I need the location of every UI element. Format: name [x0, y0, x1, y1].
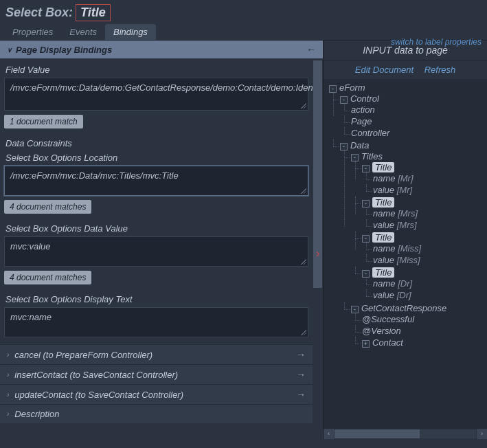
resize-handle-icon[interactable]: [301, 330, 306, 335]
tree-expander-icon[interactable]: -: [351, 306, 359, 313]
options-display-text-input[interactable]: mvc:name: [4, 307, 308, 337]
section-title: Page Display Bindings: [16, 45, 112, 55]
xml-tree[interactable]: -eForm-ControlactionPageController-Data-…: [324, 79, 487, 429]
binding-row-updatecontact[interactable]: › updateContact (to SaveContact Controll…: [0, 384, 313, 404]
tree-leaf[interactable]: value [Mr]: [373, 184, 487, 196]
options-location-input[interactable]: /mvc:eForm/mvc:Data/mvc:Titles/mvc:Title: [4, 166, 308, 196]
panel-title-value: Title: [76, 4, 111, 21]
tree-leaf[interactable]: Page: [351, 115, 487, 127]
arrow-right-icon: →: [296, 349, 306, 360]
tree-expander-icon[interactable]: -: [362, 165, 370, 172]
binding-row-insertcontact[interactable]: › insertContact (to SaveContact Controll…: [0, 364, 313, 384]
split-handle-icon[interactable]: ›: [316, 247, 319, 260]
tree-expander-icon[interactable]: +: [362, 340, 370, 348]
field-value-label: Field Value: [0, 62, 313, 76]
tree-expander-icon[interactable]: -: [362, 200, 370, 208]
chevron-right-icon: ›: [7, 351, 9, 359]
tree-node-contact[interactable]: +Contact: [362, 337, 487, 348]
chevron-right-icon: ›: [7, 371, 9, 379]
resize-handle-icon[interactable]: [301, 103, 306, 109]
tree-expander-icon[interactable]: -: [340, 143, 348, 150]
tree-expander-icon[interactable]: -: [351, 154, 359, 161]
arrow-right-icon: →: [296, 369, 306, 380]
field-value-input[interactable]: /mvc:eForm/mvc:Data/demo:GetContactRespo…: [4, 78, 308, 111]
resize-handle-icon[interactable]: [301, 188, 306, 194]
tree-node-title[interactable]: -Titlename [Mr]value [Mr]: [362, 161, 487, 197]
binding-label: updateContact (to SaveContact Controller…: [14, 390, 183, 400]
chevron-right-icon: ›: [7, 410, 9, 418]
scroll-left-button[interactable]: ‹: [324, 429, 334, 439]
options-location-match-badge: 4 document matches: [4, 200, 91, 214]
tree-leaf[interactable]: @Version: [362, 325, 487, 337]
tree-leaf[interactable]: value [Mrs]: [373, 219, 487, 231]
options-data-value-match-badge: 4 document matches: [4, 271, 91, 284]
tree-node-control[interactable]: -ControlactionPageController: [340, 93, 487, 139]
tree-leaf[interactable]: name [Mrs]: [373, 208, 487, 219]
options-data-value-label: Select Box Options Data Value: [0, 221, 313, 235]
tree-leaf[interactable]: name [Miss]: [373, 243, 487, 254]
tree-leaf[interactable]: Controller: [351, 127, 487, 139]
tab-bindings[interactable]: Bindings: [105, 24, 156, 40]
chevron-right-icon: ›: [7, 391, 9, 399]
chevron-down-icon: ∨: [7, 46, 12, 54]
options-location-label: Select Box Options Location: [0, 150, 313, 164]
arrow-left-icon[interactable]: ←: [306, 44, 316, 55]
tree-expander-icon[interactable]: -: [362, 235, 370, 243]
binding-row-cancel[interactable]: › cancel (to PrepareForm Controller) →: [0, 344, 313, 364]
page-display-bindings-header[interactable]: ∨ Page Display Bindings ←: [0, 41, 323, 58]
horizontal-scrollbar[interactable]: ‹ ›: [324, 429, 487, 439]
field-value-match-badge: 1 document match: [4, 115, 83, 128]
tree-leaf[interactable]: name [Dr]: [373, 278, 487, 289]
tree-expander-icon[interactable]: -: [340, 96, 348, 104]
tree-leaf[interactable]: @Successful: [362, 313, 487, 325]
tree-leaf[interactable]: value [Miss]: [373, 254, 487, 266]
tree-leaf[interactable]: name [Mr]: [373, 172, 487, 184]
binding-label: insertContact (to SaveContact Controller…: [14, 370, 178, 380]
tree-node-getcontact[interactable]: -GetContactResponse@Successful@Version+C…: [351, 302, 487, 349]
tree-leaf[interactable]: value [Dr]: [373, 289, 487, 301]
arrow-right-icon: →: [296, 389, 306, 400]
tree-node-data[interactable]: -Data-Titles-Titlename [Mr]value [Mr]-Ti…: [340, 139, 487, 350]
tree-node-title[interactable]: -Titlename [Miss]value [Miss]: [362, 232, 487, 267]
tree-node-title[interactable]: -Titlename [Mrs]value [Mrs]: [362, 197, 487, 232]
tree-node-title[interactable]: -Titlename [Dr]value [Dr]: [362, 267, 487, 302]
refresh-link[interactable]: Refresh: [424, 65, 456, 75]
binding-label: cancel (to PrepareForm Controller): [14, 350, 152, 360]
tree-leaf[interactable]: action: [351, 104, 487, 115]
edit-document-link[interactable]: Edit Document: [355, 65, 414, 75]
switch-to-label-link[interactable]: switch to label properties: [391, 37, 482, 47]
tree-node-eform[interactable]: -eForm-ControlactionPageController-Data-…: [329, 82, 487, 350]
tree-expander-icon[interactable]: -: [362, 270, 370, 278]
tree-expander-icon[interactable]: -: [329, 85, 337, 93]
options-data-value-input[interactable]: mvc:value: [4, 236, 308, 267]
binding-row-description[interactable]: › Description: [0, 404, 313, 423]
tree-node-titles[interactable]: -Titles-Titlename [Mr]value [Mr]-Titlena…: [351, 150, 487, 302]
scrollbar-thumb[interactable]: [335, 429, 420, 438]
data-constraints-label: Data Constraints: [0, 135, 313, 150]
panel-title-prefix: Select Box:: [5, 5, 73, 20]
tab-properties[interactable]: Properties: [4, 24, 61, 40]
resize-handle-icon[interactable]: [301, 259, 306, 265]
scroll-right-button[interactable]: ›: [477, 429, 487, 439]
options-display-text-label: Select Box Options Display Text: [0, 291, 313, 306]
binding-label: Description: [14, 409, 59, 419]
tab-events[interactable]: Events: [61, 24, 105, 40]
